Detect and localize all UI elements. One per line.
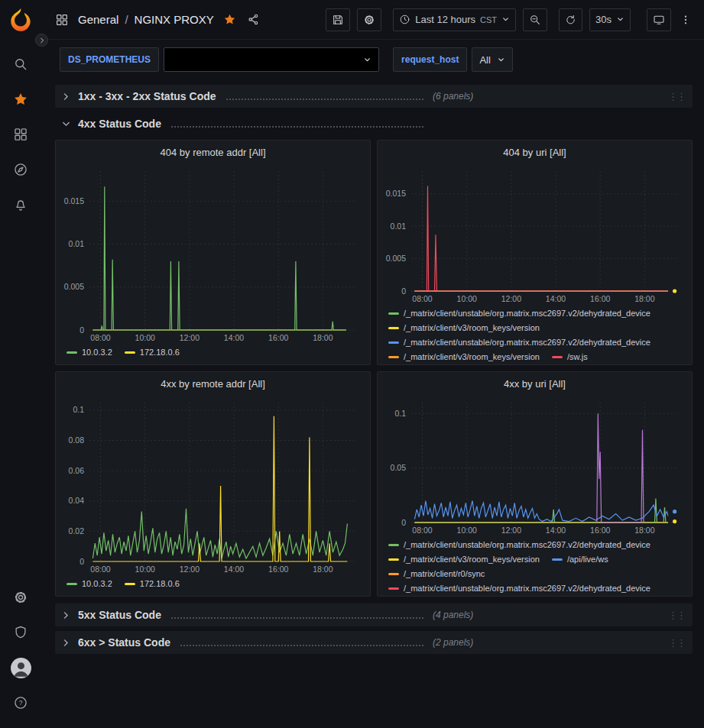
legend-item[interactable]: /_matrix/client/v3/room_keys/version (388, 554, 540, 565)
panel-4xx-by-uri: 4xx by uri [All] 08:0010:0012:0014:0016:… (377, 371, 693, 597)
legend-item[interactable]: /_matrix/client/unstable/org.matrix.msc2… (388, 308, 650, 319)
dashboards-icon[interactable] (5, 119, 36, 150)
svg-text:12:00: 12:00 (180, 333, 200, 342)
legend-label: /api/live/ws (567, 554, 608, 565)
svg-text:0.06: 0.06 (69, 466, 85, 475)
dashboard-settings-button[interactable] (357, 8, 381, 31)
variable-label-request-host: request_host (393, 47, 467, 72)
legend-item[interactable]: /_matrix/client/v3/room_keys/version (388, 322, 540, 333)
settings-gear-icon[interactable] (5, 582, 36, 613)
help-icon[interactable]: ? (5, 688, 36, 718)
panel-title-text: 404 by remote addr [All] (160, 147, 265, 158)
variable-select-ds-prometheus[interactable] (164, 47, 379, 72)
row-drag-handle[interactable]: ⋮⋮ (668, 610, 686, 621)
admin-shield-icon[interactable] (5, 617, 36, 648)
svg-text:16:00: 16:00 (268, 565, 288, 574)
svg-text:18:00: 18:00 (634, 526, 654, 535)
legend-label: /_matrix/client/unstable/org.matrix.msc2… (404, 539, 650, 550)
legend-item[interactable]: 10.0.3.2 (67, 347, 112, 358)
svg-text:14:00: 14:00 (546, 294, 566, 303)
svg-text:0.02: 0.02 (69, 526, 85, 535)
svg-text:08:00: 08:00 (412, 294, 432, 303)
legend-label: 10.0.3.2 (82, 347, 112, 358)
dashboard-row-4xx[interactable]: 4xx Status Code (55, 112, 693, 135)
apps-grid-icon[interactable] (54, 11, 70, 28)
panel-title-text: 4xx by uri [All] (504, 378, 566, 390)
row-drag-handle[interactable]: ⋮⋮ (668, 637, 686, 649)
legend-item[interactable]: 172.18.0.6 (125, 347, 180, 358)
panel-title[interactable]: 4xx by uri [All] (378, 372, 692, 395)
legend-item[interactable]: 10.0.3.2 (67, 578, 112, 589)
dashboard-row-6xx[interactable]: 6xx > Status Code (2 panels) ⋮⋮ (55, 631, 693, 654)
kebab-menu-icon[interactable] (678, 8, 693, 31)
row-title: 5xx Status Code (78, 609, 161, 621)
legend-item[interactable]: /_matrix/client/unstable/org.matrix.msc2… (388, 337, 650, 348)
refresh-interval-dropdown[interactable]: 30s (589, 8, 631, 31)
svg-text:0: 0 (401, 286, 406, 296)
legend-swatch (388, 587, 399, 590)
alerting-bell-icon[interactable] (5, 189, 36, 220)
legend-label: /_matrix/client/r0/sync (404, 568, 485, 579)
legend-item[interactable]: /sw.js (552, 351, 588, 362)
legend-swatch (388, 558, 399, 561)
variable-request-host: request_host All (393, 47, 513, 72)
time-range-picker[interactable]: Last 12 hours CST (393, 8, 516, 31)
chart-svg: 08:0010:0012:0014:0016:0018:0000.0050.01… (379, 163, 687, 305)
timeseries-chart[interactable]: 08:0010:0012:0014:0016:0018:0000.050.1 (379, 395, 687, 536)
legend-item[interactable]: /_matrix/client/v3/room_keys/version (388, 351, 540, 362)
svg-text:12:00: 12:00 (501, 526, 521, 535)
svg-text:10:00: 10:00 (135, 333, 155, 342)
timeseries-chart[interactable]: 08:0010:0012:0014:0016:0018:0000.020.040… (57, 395, 365, 575)
legend-item[interactable]: 172.18.0.6 (125, 578, 180, 589)
panel-title[interactable]: 4xx by remote addr [All] (56, 372, 370, 395)
starred-dashboards-icon[interactable] (5, 84, 36, 115)
dashboard-row-5xx[interactable]: 5xx Status Code (4 panels) ⋮⋮ (55, 603, 693, 626)
svg-text:?: ? (18, 699, 22, 707)
zoom-out-button[interactable] (523, 8, 547, 31)
tv-mode-button[interactable] (647, 8, 671, 31)
breadcrumb-section[interactable]: General (78, 13, 118, 26)
legend-item[interactable]: /_matrix/client/unstable/org.matrix.msc2… (388, 583, 650, 594)
dotted-leader (171, 121, 423, 128)
sidebar-expand-button[interactable] (35, 34, 48, 47)
panel-title[interactable]: 404 by remote addr [All] (56, 141, 370, 163)
timeseries-chart[interactable]: 08:0010:0012:0014:0016:0018:0000.0050.01… (379, 163, 687, 305)
legend-item[interactable]: /_matrix/client/unstable/org.matrix.msc2… (388, 539, 650, 550)
svg-text:08:00: 08:00 (412, 526, 432, 535)
favorite-star-icon[interactable] (222, 11, 238, 28)
legend-swatch (388, 573, 399, 575)
svg-text:10:00: 10:00 (457, 294, 477, 303)
svg-text:14:00: 14:00 (224, 565, 244, 574)
svg-text:0: 0 (79, 557, 84, 566)
legend-item[interactable]: /_matrix/client/r0/sync (388, 568, 485, 579)
legend-item[interactable]: /api/live/ws (552, 554, 608, 565)
dashboard-row-1xx-3xx-2xx[interactable]: 1xx - 3xx - 2xx Status Code (6 panels) ⋮… (55, 85, 693, 108)
panel-title-text: 404 by uri [All] (503, 147, 566, 158)
time-range-label: Last 12 hours (415, 14, 475, 25)
share-icon[interactable] (245, 11, 261, 28)
chevron-right-icon (61, 638, 71, 648)
breadcrumb-dashboard-title[interactable]: NGINX PROXY (135, 13, 214, 26)
svg-text:0: 0 (401, 518, 406, 527)
svg-text:10:00: 10:00 (457, 526, 477, 535)
panel-legend: 10.0.3.2172.18.0.6 (56, 344, 370, 364)
grafana-logo[interactable] (8, 7, 33, 34)
svg-text:14:00: 14:00 (546, 526, 566, 535)
row-drag-handle[interactable]: ⋮⋮ (668, 91, 686, 102)
save-dashboard-button[interactable] (326, 8, 350, 31)
user-avatar[interactable] (5, 652, 36, 683)
legend-swatch (67, 583, 77, 585)
svg-text:0.015: 0.015 (64, 196, 84, 205)
panel-title[interactable]: 404 by uri [All] (378, 141, 692, 163)
avatar (11, 658, 31, 678)
search-icon[interactable] (5, 49, 36, 79)
svg-text:0.01: 0.01 (69, 239, 85, 248)
chevron-right-icon (61, 92, 71, 102)
refresh-button[interactable] (559, 8, 582, 31)
timeseries-chart[interactable]: 08:0010:0012:0014:0016:0018:0000.0050.01… (57, 163, 365, 344)
chevron-down-icon (61, 119, 71, 129)
svg-text:0.005: 0.005 (64, 282, 84, 291)
svg-text:08:00: 08:00 (90, 333, 110, 342)
variable-select-request-host[interactable]: All (472, 47, 512, 72)
explore-compass-icon[interactable] (5, 154, 36, 185)
